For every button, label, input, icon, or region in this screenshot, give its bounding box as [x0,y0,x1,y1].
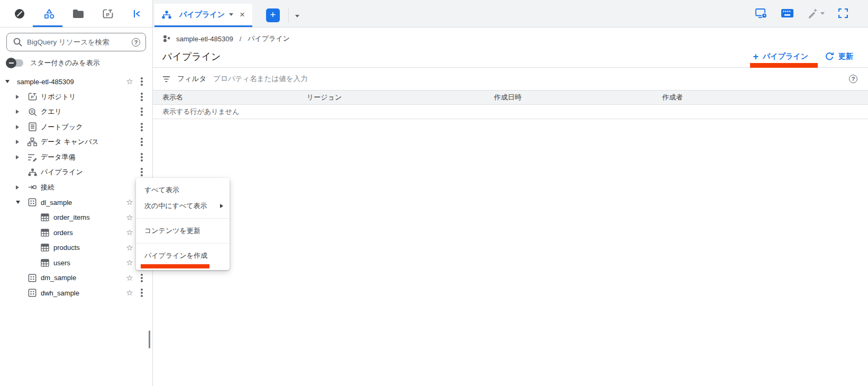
star-icon[interactable]: ☆ [123,243,136,253]
menu-item-show-all[interactable]: すべて表示 [136,182,230,198]
table-icon [40,244,50,252]
repository-tab-icon[interactable]: P [99,5,117,23]
expand-arrow-icon[interactable] [16,110,19,114]
column-header-display-name[interactable]: 表示名 [153,93,307,102]
starred-only-label: スター付きのみを表示 [30,58,100,68]
tree-item-project[interactable]: sample-etl-485309 ☆ [0,74,152,89]
expand-arrow-icon[interactable] [16,140,19,144]
star-icon[interactable]: ☆ [123,228,136,237]
keyboard-shortcuts-icon[interactable] [781,9,793,17]
pipeline-icon [28,168,37,176]
tree-item-data-preparation[interactable]: データ準備 [0,150,152,165]
more-actions-icon[interactable] [136,80,147,83]
star-icon[interactable]: ☆ [123,273,136,283]
active-panel-tab-underline [33,25,62,27]
menu-separator [136,218,230,219]
breadcrumb: sample-etl-485309 / パイプライン [153,28,868,46]
tree-item-table-order-items[interactable]: order_items ☆ [0,210,152,226]
table-header-row: 表示名 リージョン 作成日時 作成者 [153,91,868,105]
more-actions-icon[interactable] [136,141,147,143]
tree-item-connections[interactable]: 接続 [0,180,152,195]
menu-item-refresh-contents[interactable]: コンテンツを更新 [136,223,230,239]
search-icon [13,38,22,47]
submenu-arrow-icon [220,204,223,208]
expand-arrow-icon[interactable] [16,155,19,159]
tab-list-caret-icon[interactable] [295,15,299,17]
resources-tab-icon[interactable] [40,5,58,23]
session-window-icon[interactable] [755,8,768,19]
breadcrumb-project[interactable]: sample-etl-485309 [176,35,233,43]
tree-item-table-products[interactable]: products ☆ [0,240,152,256]
create-pipeline-button[interactable]: + パイプライン [753,52,808,61]
collapse-arrow-icon[interactable] [16,201,20,204]
annotation-underline [141,264,209,268]
table-empty-message: 表示する行がありません [153,105,868,119]
refresh-button[interactable]: 更新 [825,52,853,61]
more-actions-icon[interactable] [136,96,147,98]
tree-item-table-users[interactable]: users ☆ [0,255,152,271]
expand-arrow-icon[interactable] [16,125,19,129]
more-actions-icon[interactable] [136,156,147,158]
svg-text:P: P [31,95,33,100]
folder-icon[interactable] [69,5,87,23]
tab-pipelines[interactable]: パイプライン × [154,4,252,27]
dataset-icon [28,289,37,297]
title-bar: パイプライン + パイプライン 更新 [153,46,868,68]
column-header-creator[interactable]: 作成者 [662,93,868,102]
expand-arrow-icon[interactable] [16,95,19,99]
new-tab-button[interactable]: + [266,8,280,22]
collapse-arrow-icon[interactable] [5,80,10,83]
column-header-region[interactable]: リージョン [307,93,494,102]
pipeline-icon [162,11,171,19]
star-icon[interactable]: ☆ [123,77,136,86]
filter-bar[interactable]: フィルタ プロパティ名または値を入力 ? [153,68,868,91]
collapse-panel-icon[interactable] [128,5,146,23]
resource-tree: sample-etl-485309 ☆ P リポジトリ クエリ ノートブック [0,74,152,301]
pipelines-context-menu: すべて表示 次の中にすべて表示 コンテンツを更新 パイプラインを作成 [136,178,230,270]
expand-arrow-icon[interactable] [16,185,19,190]
more-actions-icon[interactable] [136,277,147,279]
star-icon[interactable]: ☆ [123,258,136,267]
editor-actions [755,4,868,27]
query-icon [28,107,37,116]
resource-search-input[interactable]: BigQuery リソースを検索 ? [6,33,146,51]
fullscreen-icon[interactable] [838,8,848,18]
starred-only-toggle[interactable] [7,59,23,67]
tree-item-dataset-dm-sample[interactable]: dm_sample ☆ [0,271,152,286]
tree-item-repositories[interactable]: P リポジトリ [0,89,152,105]
data-prep-icon [28,153,37,161]
more-actions-icon[interactable] [136,292,147,294]
tree-item-notebooks[interactable]: ノートブック [0,120,152,135]
filter-help-icon[interactable]: ? [849,75,857,83]
filter-label: フィルタ [177,74,206,84]
sidebar-scrollbar-thumb[interactable] [149,330,150,348]
tab-strip-separator [288,8,289,23]
explorer-sidebar: BigQuery リソースを検索 ? スター付きのみを表示 sample-etl… [0,28,153,386]
tab-menu-caret-icon[interactable] [229,13,233,16]
search-placeholder: BigQuery リソースを検索 [27,38,127,47]
tab-close-icon[interactable]: × [237,9,247,20]
editor-tab-strip: パイプライン × + [153,0,868,28]
more-actions-icon[interactable] [136,171,147,173]
tree-item-queries[interactable]: クエリ [0,104,152,120]
star-icon[interactable]: ☆ [123,198,136,207]
breadcrumb-separator: / [240,35,242,43]
star-icon[interactable]: ☆ [123,288,136,298]
menu-item-create-pipeline[interactable]: パイプラインを作成 [136,248,230,264]
tree-item-dataset-dwh-sample[interactable]: dwh_sample ☆ [0,285,152,301]
filter-placeholder[interactable]: プロパティ名または値を入力 [213,74,307,84]
more-actions-icon[interactable] [136,126,147,128]
tree-item-pipelines[interactable]: パイプライン [0,165,152,180]
gemini-assist-icon[interactable] [807,8,825,19]
gemini-caret-icon [820,12,825,15]
column-header-created-at[interactable]: 作成日時 [494,93,662,102]
tree-item-data-canvas[interactable]: データ キャンバス [0,134,152,150]
star-icon[interactable]: ☆ [123,213,136,222]
tree-item-table-orders[interactable]: orders ☆ [0,225,152,240]
search-help-icon[interactable]: ? [132,38,140,47]
more-actions-icon[interactable] [136,111,147,113]
repository-icon: P [28,93,37,101]
tree-item-dataset-dl-sample[interactable]: dl_sample ☆ [0,195,152,210]
explorer-compass-icon[interactable] [11,5,29,23]
menu-item-show-all-in[interactable]: 次の中にすべて表示 [136,198,230,214]
